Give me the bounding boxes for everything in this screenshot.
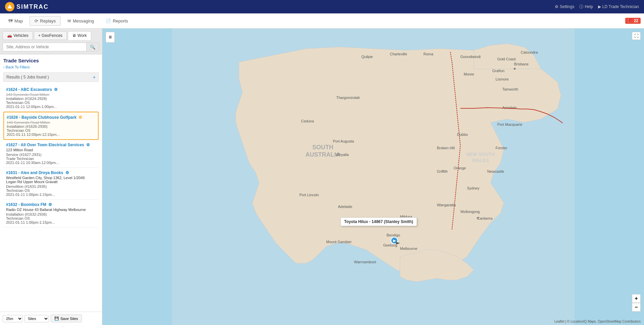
job-time-1627: 2021-01-11 10:30am-12:00pm... [6,161,96,165]
job-item-1632[interactable]: #1632 - Boombox FM ⚙ Radio OZ House 43 B… [3,200,99,227]
type-select[interactable]: Sites Vehicles [24,315,49,322]
vehicle-popup: Toyota Hilux - 14867 (Stanley Smith) [340,217,417,226]
svg-text:Bendigo: Bendigo [387,233,400,237]
tab-messaging[interactable]: ✉ Messaging [62,16,99,26]
search-icon: 🔍 [90,45,96,50]
svg-text:Canberra: Canberra [477,216,493,220]
user-icon: ▶ [598,4,601,9]
job-address-1631: Westfield Garden City, Shop 1362, Level … [6,176,96,184]
job-item-1631[interactable]: #1631 - Alex and Dreya Books ⚙ Westfield… [3,168,99,200]
nav-tabs: 🗺 Map ⟳ Replays ✉ Messaging 📄 Reports [3,13,133,28]
sidebar-tab-vehicles[interactable]: 🚗 Vehicles [3,31,33,40]
help-button[interactable]: ⓘ Help [579,4,593,10]
svg-text:Port Augusta: Port Augusta [333,139,355,143]
settings-button[interactable]: ⚙ Settings [555,4,574,9]
svg-text:Orange: Orange [454,166,466,170]
svg-text:AUSTRALIA: AUSTRALIA [306,151,340,158]
gear-icon: ⚙ [555,4,558,9]
job-item-1624[interactable]: #1624 - ABC Excavators ⚙ 143 Symonds Roa… [3,85,99,112]
settings-icon-1631: ⚙ [65,170,69,175]
work-icon: 🖥 [72,33,76,38]
distance-select[interactable]: 25m 50m 100m 200m [3,315,23,322]
top-nav-right: ⚙ Settings ⓘ Help ▶ LD Trade Technician [555,4,639,10]
job-address-1627: 123 Milton Road [6,148,96,152]
svg-text:▶: ▶ [393,239,396,242]
logo-text: SIMTRAC [16,3,49,10]
job-title-1631: #1631 - Alex and Dreya Books ⚙ [6,170,96,175]
search-input[interactable] [3,43,86,51]
job-service-1632: Installation (#1632-2936) [6,212,96,216]
job-title-1627: #1627 - All Over Town Electrical Service… [6,143,96,147]
help-icon: ⓘ [579,4,583,10]
tab-replays[interactable]: ⟳ Replays [30,16,61,26]
job-item-1627[interactable]: #1627 - All Over Town Electrical Service… [3,140,99,168]
svg-text:Quilpie: Quilpie [362,55,373,59]
svg-point-29 [477,217,479,219]
svg-text:NEW SOUTH: NEW SOUTH [466,152,495,157]
sidebar-tab-work[interactable]: 🖥 Work [68,31,91,40]
user-button[interactable]: ▶ LD Trade Technician [598,4,639,9]
save-sites-button[interactable]: 💾 Save Sites [51,315,82,322]
sidebar: 🚗 Vehicles + GeoFences 🖥 Work 🔍 Trade Se… [0,29,102,325]
job-tech-1626: Technician OS [7,128,95,132]
replay-icon: ⟳ [35,18,38,23]
job-title-1632: #1632 - Boombox FM ⚙ [6,202,96,207]
svg-text:Thargomindah: Thargomindah [336,96,360,100]
tab-map[interactable]: 🗺 Map [3,16,28,26]
job-address-1632: Radio OZ House 43 Ballarat Highway Melbo… [6,208,96,212]
job-tech-1624: Technician OS [6,101,96,105]
job-service-1626: Installation (#1626-2930) [7,124,95,128]
search-area: 🔍 [0,40,102,54]
svg-text:Charleville: Charleville [390,52,407,56]
search-box: 🔍 [3,43,99,51]
svg-text:Armidale: Armidale [502,106,517,110]
svg-text:Goondiwindi: Goondiwindi [461,55,481,59]
job-tech-1631: Technician OS [6,188,96,193]
svg-text:Mount Gambier: Mount Gambier [326,240,352,244]
job-address-1626: 143 Symonds Road Milton [7,120,95,124]
results-count: Results ( 5 Jobs found ) [6,75,49,79]
svg-text:Port Macquarie: Port Macquarie [497,122,523,126]
second-navbar: 🗺 Map ⟳ Replays ✉ Messaging 📄 Reports 🚩 … [0,13,644,29]
zoom-in-button[interactable]: + [632,294,641,303]
svg-text:Broken Hill: Broken Hill [437,146,455,150]
sidebar-tabs: 🚗 Vehicles + GeoFences 🖥 Work [0,29,102,40]
back-to-filters-link[interactable]: ‹ Back To Filters [3,65,99,69]
svg-text:Lismore: Lismore [496,77,509,81]
top-navbar: SIMTRAC ⚙ Settings ⓘ Help ▶ LD Trade Tec… [0,0,644,13]
svg-text:Adelaide: Adelaide [338,205,353,209]
svg-text:Roma: Roma [424,52,434,56]
message-icon: ✉ [67,18,71,23]
settings-icon-1632: ⚙ [48,202,52,207]
job-title-1626: #1626 - Bayside Clubhouse Golfpark ⚙ [7,115,95,120]
layer-button[interactable]: ≡ [106,32,115,43]
job-address-1624: 143 Symonds Road Milton [6,93,96,97]
svg-text:Wollongong: Wollongong [461,210,480,214]
job-time-1631: 2021-01-11 1:00pm-1:15pm... [6,193,96,197]
zoom-out-button[interactable]: − [632,303,641,312]
job-service-1627: Service (#1627-2931) [6,153,96,157]
svg-text:SOUTH: SOUTH [312,144,333,151]
svg-text:Warrnambool: Warrnambool [354,260,376,264]
flag-badge: 🚩 22 [625,18,641,24]
sidebar-footer: 25m 50m 100m 200m Sites Vehicles 💾 Save … [0,312,102,325]
results-header: Results ( 5 Jobs found ) + [3,72,99,82]
svg-text:Caloundra: Caloundra [521,50,538,54]
map-area[interactable]: SOUTH AUSTRALIA NEW SOUTH WALES Ceduna P… [102,29,644,325]
job-title-1624: #1624 - ABC Excavators ⚙ [6,87,96,92]
svg-text:Tamworth: Tamworth [502,87,519,91]
job-time-1626: 2021-01-11 12:00pm-12:15pm... [7,132,95,137]
flag-icon: 🚩 [628,18,633,23]
job-item-1626[interactable]: #1626 - Bayside Clubhouse Golfpark ⚙ 143… [3,112,99,140]
fullscreen-button[interactable]: ⛶ [632,32,641,40]
add-job-button[interactable]: + [93,74,96,80]
search-button[interactable]: 🔍 [86,43,99,51]
job-tech-1632: Technician OS [6,216,96,220]
map-attribution: Leaflet | © LocationIQ Maps. OpenStreetM… [554,320,641,323]
sidebar-tab-geofences[interactable]: + GeoFences [34,31,67,40]
section-title: Trade Services [3,58,99,63]
job-service-1624: Installation (#1624-2928) [6,97,96,101]
tab-reports[interactable]: 📄 Reports [101,16,133,26]
back-arrow-icon: ‹ [3,65,5,69]
zoom-controls: + − [632,294,641,312]
